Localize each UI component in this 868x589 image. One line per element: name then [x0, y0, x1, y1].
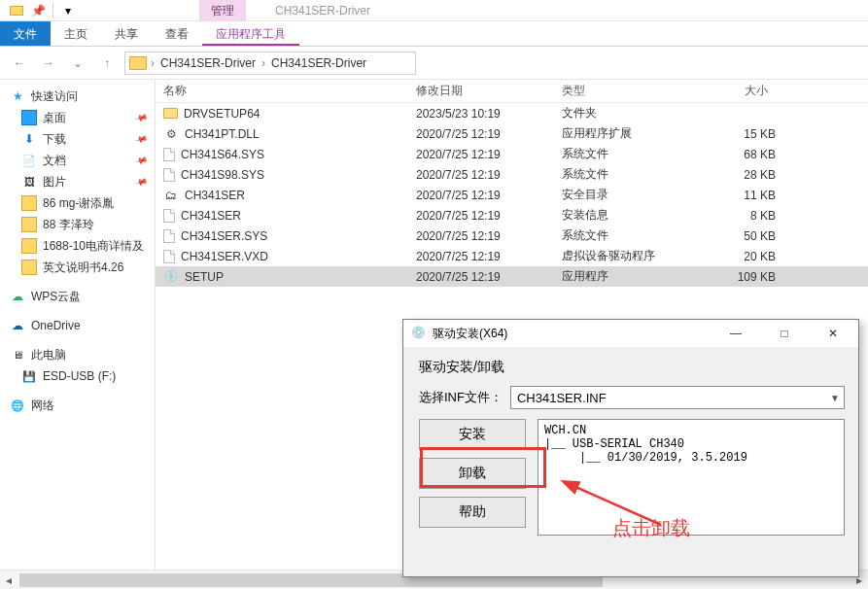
file-size: 20 KB: [698, 250, 776, 263]
address-bar-row: ← → ⌄ ↑ › CH341SER-Driver › CH341SER-Dri…: [0, 47, 868, 80]
usb-icon: [21, 368, 37, 384]
file-row[interactable]: SETUP2020/7/25 12:19应用程序109 KB: [156, 266, 868, 287]
quick-access-toolbar: 📌 ▾: [2, 2, 83, 19]
column-header-size[interactable]: 大小: [698, 83, 776, 99]
sidebar-item[interactable]: 英文说明书4.26: [0, 257, 155, 278]
chevron-right-icon: ›: [151, 56, 155, 70]
sidebar-label: WPS云盘: [31, 289, 81, 305]
folder-icon: [21, 195, 37, 211]
file-row[interactable]: CH341S98.SYS2020/7/25 12:19系统文件28 KB: [156, 164, 868, 185]
tab-home[interactable]: 主页: [51, 21, 101, 46]
back-button[interactable]: ←: [8, 52, 31, 75]
file-type: 文件夹: [562, 105, 698, 121]
sidebar-item[interactable]: 86 mg-谢添胤: [0, 192, 155, 214]
file-row[interactable]: CH341PT.DLL2020/7/25 12:19应用程序扩展15 KB: [156, 123, 868, 144]
desktop-icon: [21, 110, 37, 125]
cloud-icon: [10, 289, 25, 304]
file-date: 2020/7/25 12:19: [416, 127, 562, 141]
star-icon: [10, 88, 25, 104]
sidebar-item[interactable]: 图片📌: [0, 171, 155, 192]
file-row[interactable]: DRVSETUP642023/5/23 10:19文件夹: [156, 103, 868, 123]
driver-output: WCH.CN |__ USB-SERIAL CH340 |__ 01/30/20…: [538, 419, 845, 536]
forward-button[interactable]: →: [37, 52, 60, 75]
install-button[interactable]: 安装: [419, 419, 526, 450]
folder-icon: [21, 217, 37, 232]
file-size: 11 KB: [698, 189, 776, 202]
doc-icon: [21, 153, 37, 168]
dialog-body: 驱动安装/卸载 选择INF文件： CH341SER.INF ▼ 安装 卸载 帮助…: [403, 347, 858, 545]
file-size: 68 KB: [698, 148, 776, 161]
breadcrumb[interactable]: CH341SER-Driver: [158, 56, 258, 70]
file-name: CH341PT.DLL: [185, 127, 260, 141]
column-header-date[interactable]: 修改日期: [416, 83, 562, 99]
file-row[interactable]: CH341SER.SYS2020/7/25 12:19系统文件50 KB: [156, 225, 868, 246]
explorer-icon: [8, 2, 25, 19]
file-date: 2020/7/25 12:19: [416, 168, 562, 182]
file-type: 安装信息: [562, 207, 698, 224]
cloud-icon: [10, 318, 25, 333]
file-row[interactable]: CH341S64.SYS2020/7/25 12:19系统文件68 KB: [156, 144, 868, 164]
close-button[interactable]: ✕: [812, 320, 854, 347]
file-date: 2020/7/25 12:19: [416, 209, 562, 223]
file-size: 28 KB: [698, 168, 776, 182]
file-type: 系统文件: [562, 227, 698, 244]
sidebar-item-label: 86 mg-谢添胤: [43, 195, 114, 212]
address-bar[interactable]: › CH341SER-Driver › CH341SER-Driver: [124, 52, 416, 75]
sidebar-this-pc[interactable]: 此电脑: [0, 344, 155, 365]
tab-app-tools[interactable]: 应用程序工具: [202, 21, 299, 46]
sidebar-item[interactable]: 桌面📌: [0, 107, 155, 128]
breadcrumb[interactable]: CH341SER-Driver: [269, 56, 368, 70]
tab-file[interactable]: 文件: [0, 21, 51, 46]
ribbon-tabs: 文件 主页 共享 查看 应用程序工具: [0, 21, 868, 47]
file-row[interactable]: CH341SER2020/7/25 12:19安全目录11 KB: [156, 185, 868, 205]
column-header-type[interactable]: 类型: [562, 83, 698, 99]
up-button[interactable]: ↑: [95, 52, 119, 75]
sidebar-item-label: 桌面: [43, 110, 66, 126]
sidebar-item-label: 下载: [43, 131, 66, 148]
file-type: 应用程序扩展: [562, 125, 698, 142]
sidebar-item-label: 图片: [43, 174, 66, 191]
file-name: CH341S64.SYS: [181, 148, 264, 161]
pin-icon: 📌: [134, 132, 149, 146]
sidebar-label: ESD-USB (F:): [43, 369, 116, 383]
column-header-name[interactable]: 名称: [163, 83, 416, 99]
pin-icon: 📌: [134, 154, 149, 167]
sidebar-item[interactable]: 1688-10电商详情及: [0, 235, 155, 257]
tab-share[interactable]: 共享: [101, 21, 152, 46]
file-icon: [163, 250, 175, 263]
contextual-tab-label: 管理: [199, 0, 246, 21]
sidebar-label: OneDrive: [31, 319, 81, 332]
qat-dropdown-icon[interactable]: ▾: [59, 2, 77, 19]
installer-icon: [411, 326, 427, 341]
file-date: 2020/7/25 12:19: [416, 250, 562, 263]
pin-icon: 📌: [134, 175, 149, 189]
sidebar-item[interactable]: 文档📌: [0, 150, 155, 171]
minimize-button[interactable]: —: [714, 320, 757, 347]
sidebar-network[interactable]: 网络: [0, 395, 155, 416]
chevron-down-icon: ▼: [830, 393, 840, 403]
scroll-left-icon[interactable]: ◂: [2, 573, 16, 587]
help-button[interactable]: 帮助: [419, 497, 526, 528]
inf-select-value: CH341SER.INF: [517, 391, 607, 405]
file-row[interactable]: CH341SER2020/7/25 12:19安装信息8 KB: [156, 205, 868, 225]
sidebar-esd-usb[interactable]: ESD-USB (F:): [0, 365, 155, 387]
uninstall-button[interactable]: 卸载: [419, 458, 526, 489]
recent-dropdown-icon[interactable]: ⌄: [66, 52, 89, 75]
sidebar-label: 快速访问: [31, 88, 78, 105]
chevron-right-icon: ›: [261, 56, 265, 70]
dialog-titlebar: 驱动安装(X64) — □ ✕: [403, 320, 858, 347]
pin-icon[interactable]: 📌: [29, 2, 47, 19]
maximize-button[interactable]: □: [763, 320, 806, 347]
sidebar-onedrive[interactable]: OneDrive: [0, 315, 155, 336]
sidebar-item[interactable]: 88 李泽玲: [0, 214, 155, 235]
file-type: 系统文件: [562, 166, 698, 183]
pic-icon: [21, 174, 37, 190]
sidebar-wps[interactable]: WPS云盘: [0, 286, 155, 307]
tab-view[interactable]: 查看: [152, 21, 202, 46]
network-icon: [10, 398, 25, 413]
sidebar-item[interactable]: 下载📌: [0, 128, 155, 150]
inf-select[interactable]: CH341SER.INF ▼: [510, 386, 845, 409]
file-row[interactable]: CH341SER.VXD2020/7/25 12:19虚拟设备驱动程序20 KB: [156, 246, 868, 266]
sidebar-item-label: 文档: [43, 153, 66, 169]
sidebar-quick-access[interactable]: 快速访问: [0, 86, 155, 107]
